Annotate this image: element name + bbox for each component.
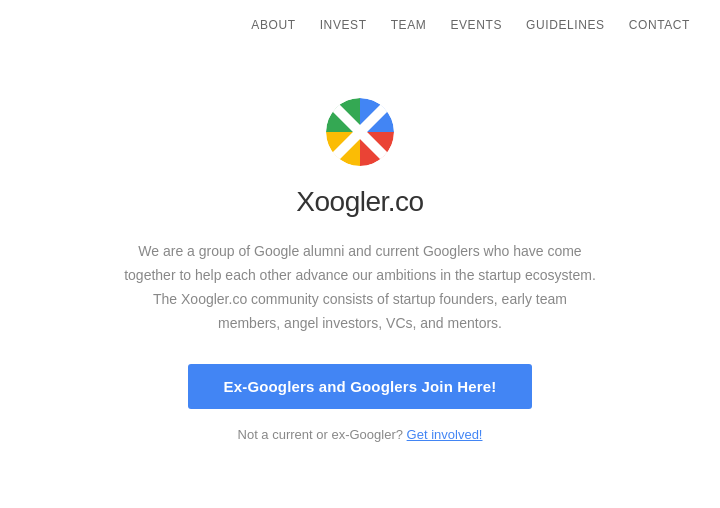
nav-link-about[interactable]: ABOUT [251,18,295,32]
nav-link-contact[interactable]: CONTACT [629,18,690,32]
nav-link-events[interactable]: EVENTS [450,18,502,32]
logo-container [324,96,396,172]
join-button[interactable]: Ex-Googlers and Googlers Join Here! [188,364,533,409]
site-title: Xoogler.co [296,186,423,218]
navbar: ABOUT INVEST TEAM EVENTS GUIDELINES CONT… [0,0,720,50]
nav-link-team[interactable]: TEAM [391,18,427,32]
get-involved-prefix: Not a current or ex-Googler? [238,427,403,442]
get-involved-link[interactable]: Get involved! [407,427,483,442]
nav-link-invest[interactable]: INVEST [320,18,367,32]
site-description: We are a group of Google alumni and curr… [120,240,600,335]
xoogler-logo-icon [324,96,396,168]
get-involved-text: Not a current or ex-Googler? Get involve… [238,427,483,442]
main-content: Xoogler.co We are a group of Google alum… [0,50,720,508]
page-container: ABOUT INVEST TEAM EVENTS GUIDELINES CONT… [0,0,720,508]
nav-link-guidelines[interactable]: GUIDELINES [526,18,605,32]
